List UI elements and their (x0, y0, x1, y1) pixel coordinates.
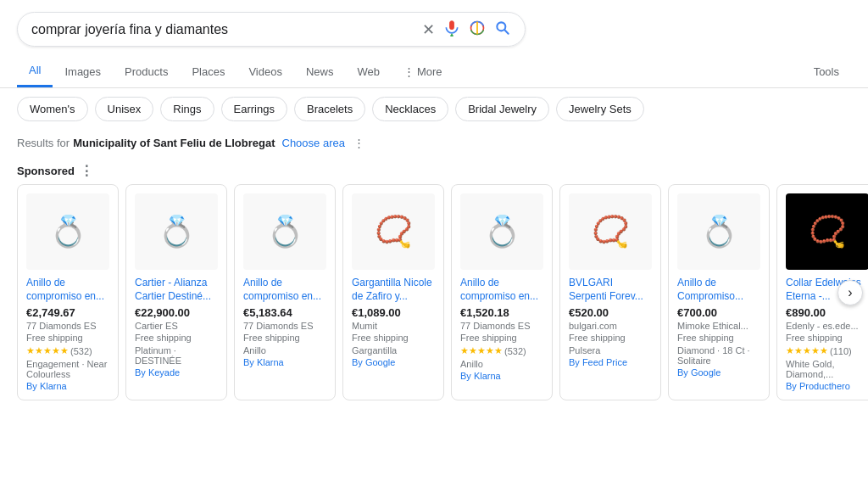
tab-news[interactable]: News (294, 57, 346, 87)
chip-necklaces[interactable]: Necklaces (372, 97, 448, 121)
product-seller: bulgari.com (569, 321, 652, 331)
product-card-p5[interactable]: 💍 Anillo de compromiso en... €1,520.18 7… (451, 184, 553, 400)
chip-bridal[interactable]: Bridal Jewelry (455, 97, 549, 121)
results-options-icon[interactable]: ⋮ (353, 137, 364, 149)
chip-unisex[interactable]: Unisex (95, 97, 154, 121)
chip-bracelets[interactable]: Bracelets (294, 97, 365, 121)
product-emoji: 📿 (375, 214, 413, 249)
product-emoji: 💍 (158, 214, 196, 249)
mic-icon[interactable] (443, 20, 460, 39)
product-tag: Engagement · Near Colourless (26, 359, 109, 379)
product-by[interactable]: By Google (677, 367, 760, 378)
product-name: Anillo de Compromiso... (677, 277, 760, 303)
tab-more[interactable]: ⋮ More (392, 57, 454, 87)
product-name: Anillo de compromiso en... (26, 277, 109, 303)
product-emoji: 💍 (483, 214, 521, 249)
product-image: 📿 (352, 193, 435, 270)
product-by[interactable]: By Google (352, 357, 435, 367)
product-shipping: Free shipping (786, 333, 868, 343)
product-emoji: 💍 (49, 214, 87, 249)
star-count: (532) (504, 346, 526, 356)
product-by[interactable]: By Producthero (786, 381, 868, 391)
star-icons: ★★★★★ (786, 345, 828, 356)
search-input[interactable] (31, 22, 415, 37)
tab-web[interactable]: Web (345, 57, 392, 87)
search-submit-icon[interactable] (494, 20, 511, 39)
product-image: 📿 (569, 193, 652, 270)
tab-places[interactable]: Places (180, 57, 236, 87)
product-name: Anillo de compromiso en... (460, 277, 543, 303)
product-tag: Gargantilla (352, 345, 435, 355)
sponsored-options-icon[interactable]: ⋮ (80, 163, 93, 179)
product-stars: ★★★★★ (532) (460, 345, 543, 356)
product-emoji: 💍 (266, 214, 304, 249)
product-by[interactable]: By Feed Price (569, 357, 652, 367)
product-by[interactable]: By Keyade (135, 367, 218, 378)
chip-jewelry-sets[interactable]: Jewelry Sets (556, 97, 644, 121)
product-price: €700.00 (677, 306, 760, 319)
product-shipping: Free shipping (243, 333, 326, 343)
chip-rings[interactable]: Rings (160, 97, 214, 121)
nav-tabs: All Images Products Places Videos News W… (0, 55, 868, 88)
product-seller: 77 Diamonds ES (460, 321, 543, 331)
product-tag: Pulsera (569, 345, 652, 355)
product-by[interactable]: By Klarna (243, 357, 326, 367)
product-seller: Cartier ES (135, 321, 218, 331)
chip-womens[interactable]: Women's (17, 97, 88, 121)
choose-area-link[interactable]: Choose area (282, 137, 345, 149)
product-shipping: Free shipping (352, 333, 435, 343)
product-image: 💍 (26, 193, 109, 270)
product-image: 💍 (677, 193, 760, 270)
product-seller: Mimoke Ethical... (677, 321, 760, 331)
product-name: BVLGARI Serpenti Forev... (569, 277, 652, 303)
product-shipping: Free shipping (26, 333, 109, 343)
star-icons: ★★★★★ (460, 345, 503, 356)
product-shipping: Free shipping (569, 333, 652, 343)
product-by[interactable]: By Klarna (460, 371, 543, 381)
product-card-p4[interactable]: 📿 Gargantilla Nicole de Zafiro y... €1,0… (342, 184, 444, 400)
search-box: ✕ (17, 12, 526, 47)
product-emoji: 📿 (592, 214, 630, 249)
star-count: (110) (830, 346, 852, 356)
product-price: €22,900.00 (135, 306, 218, 319)
product-by[interactable]: By Klarna (26, 381, 109, 391)
clear-icon[interactable]: ✕ (422, 20, 435, 39)
product-image: 💍 (243, 193, 326, 270)
product-card-p6[interactable]: 📿 BVLGARI Serpenti Forev... €520.00 bulg… (559, 184, 661, 400)
search-icons: ✕ (422, 20, 511, 39)
product-price: €2,749.67 (26, 306, 109, 319)
product-image: 💍 (135, 193, 218, 270)
results-info: Results for Municipality of Sant Feliu d… (0, 130, 868, 156)
product-card-p7[interactable]: 💍 Anillo de Compromiso... €700.00 Mimoke… (668, 184, 770, 400)
product-image: 📿 (786, 193, 868, 270)
product-price: €520.00 (569, 306, 652, 319)
product-shipping: Free shipping (677, 333, 760, 343)
product-tag: White Gold, Diamond,... (786, 359, 868, 379)
product-shipping: Free shipping (135, 333, 218, 343)
product-seller: Edenly - es.ede... (786, 321, 868, 331)
product-stars: ★★★★★ (532) (26, 345, 109, 356)
tab-all[interactable]: All (17, 55, 53, 87)
product-emoji: 💍 (700, 214, 738, 249)
scroll-right-button[interactable]: › (837, 280, 863, 305)
tab-images[interactable]: Images (53, 57, 113, 87)
chip-earrings[interactable]: Earrings (221, 97, 287, 121)
product-card-p2[interactable]: 💍 Cartier - Alianza Cartier Destiné... €… (125, 184, 227, 400)
filter-chips: Women's Unisex Rings Earrings Bracelets … (0, 88, 868, 130)
lens-icon[interactable] (469, 20, 486, 39)
product-stars: ★★★★★ (110) (786, 345, 868, 356)
product-name: Gargantilla Nicole de Zafiro y... (352, 277, 435, 303)
tab-tools[interactable]: Tools (802, 57, 851, 87)
product-seller: 77 Diamonds ES (243, 321, 326, 331)
product-price: €1,089.00 (352, 306, 435, 319)
product-shipping: Free shipping (460, 333, 543, 343)
product-card-p1[interactable]: 💍 Anillo de compromiso en... €2,749.67 7… (17, 184, 119, 400)
tab-videos[interactable]: Videos (236, 57, 294, 87)
product-card-p3[interactable]: 💍 Anillo de compromiso en... €5,183.64 7… (234, 184, 336, 400)
star-icons: ★★★★★ (26, 345, 69, 356)
products-scroll: 💍 Anillo de compromiso en... €2,749.67 7… (0, 184, 868, 400)
product-name: Anillo de compromiso en... (243, 277, 326, 303)
results-for-text: Results for (17, 137, 70, 149)
tab-products[interactable]: Products (113, 57, 180, 87)
product-tag: Anillo (243, 345, 326, 355)
